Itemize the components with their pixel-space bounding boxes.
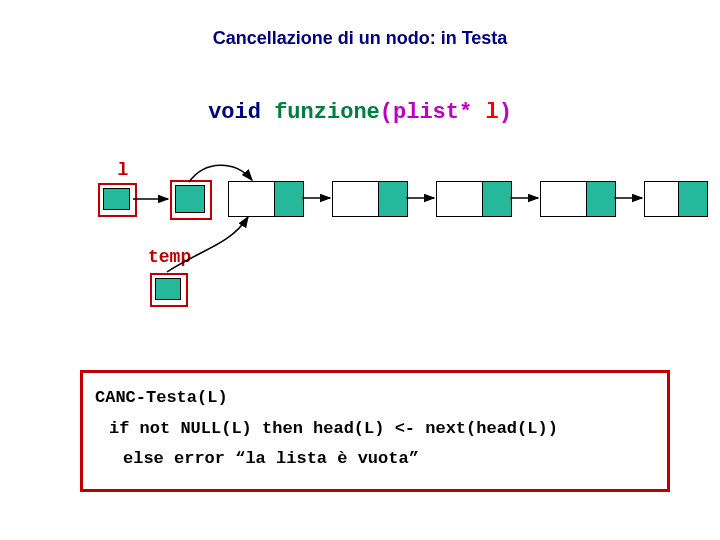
l-pointer-cell: [103, 188, 130, 210]
node-next: [483, 182, 511, 216]
pseudocode-box: CANC-Testa(L) if not NULL(L) then head(L…: [80, 370, 670, 492]
node-data: [437, 182, 483, 216]
function-signature: void funzione(plist* l): [0, 100, 720, 125]
param-var: l: [485, 100, 498, 125]
node-next: [275, 182, 303, 216]
linked-list-diagram: l temp: [0, 155, 720, 365]
diagram-title: Cancellazione di un nodo: in Testa: [0, 28, 720, 49]
temp-pointer-cell: [155, 278, 181, 300]
list-node: [644, 181, 708, 217]
pseudo-line-1: CANC-Testa(L): [95, 383, 655, 414]
pseudo-line-2: if not NULL(L) then head(L) <- next(head…: [95, 414, 655, 445]
node-data: [541, 182, 587, 216]
list-node: [436, 181, 512, 217]
list-node: [332, 181, 408, 217]
node-data: [645, 182, 679, 216]
list-node: [540, 181, 616, 217]
head-node-cell: [175, 185, 205, 213]
node-next: [587, 182, 615, 216]
node-data: [229, 182, 275, 216]
node-next: [379, 182, 407, 216]
temp-pointer-label: temp: [148, 247, 191, 267]
node-next: [679, 182, 707, 216]
lparen: (: [380, 100, 393, 125]
node-data: [333, 182, 379, 216]
rparen: ): [499, 100, 512, 125]
list-node: [228, 181, 304, 217]
function-name: funzione: [274, 100, 380, 125]
param-type: plist: [393, 100, 459, 125]
pointer-star: *: [459, 100, 472, 125]
keyword-void: void: [208, 100, 261, 125]
l-pointer-label: l: [98, 160, 148, 180]
pseudo-line-3: else error “la lista è vuota”: [95, 444, 655, 475]
